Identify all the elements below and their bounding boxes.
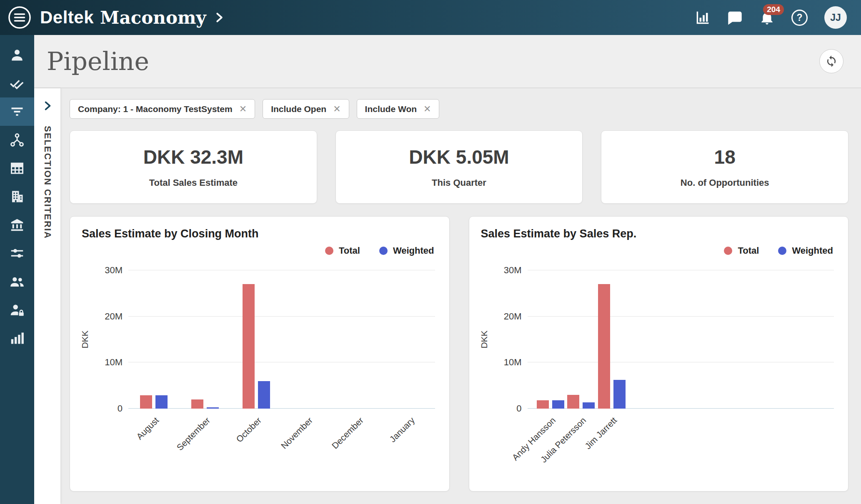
bar-total-jim-jarrett bbox=[598, 284, 610, 409]
hamburger-menu-icon bbox=[8, 5, 32, 30]
bank-icon bbox=[10, 217, 25, 232]
avatar[interactable]: JJ bbox=[824, 6, 847, 29]
brand-product: Maconomy bbox=[100, 7, 206, 28]
sidebar-item-hierarchy[interactable] bbox=[0, 126, 34, 154]
sidebar-item-user-lock[interactable] bbox=[0, 296, 34, 324]
gridline bbox=[128, 408, 435, 409]
kpi-value: 18 bbox=[714, 146, 736, 168]
header-actions: 204 ? JJ bbox=[695, 6, 847, 29]
bar-total-october bbox=[243, 284, 255, 409]
sidebar-item-bar-chart[interactable] bbox=[0, 324, 34, 352]
x-tick-label: Andy Hansson bbox=[500, 415, 557, 472]
x-tick-label: November bbox=[257, 415, 314, 472]
sidebar bbox=[0, 35, 34, 504]
expand-panel-button[interactable] bbox=[39, 97, 56, 114]
chart-plot: DKK 010M20M30MAugustSeptemberOctoberNove… bbox=[128, 270, 435, 409]
bar-weighted-jim-jarrett bbox=[613, 380, 626, 409]
filter-chips: Company: 1 - Maconomy TestSystem✕Include… bbox=[70, 99, 848, 119]
sliders-icon bbox=[10, 246, 25, 261]
kpi-card: 18No. of Opportunities bbox=[601, 130, 848, 204]
filter-chip-label: Include Won bbox=[365, 104, 417, 114]
legend-label: Weighted bbox=[792, 245, 833, 256]
chip-close-icon[interactable]: ✕ bbox=[239, 104, 247, 115]
y-tick-label: 0 bbox=[118, 404, 123, 414]
chart-legend: TotalWeighted bbox=[481, 245, 833, 256]
sidebar-item-people[interactable] bbox=[0, 267, 34, 296]
x-tick-label: December bbox=[308, 415, 365, 472]
chart-legend: TotalWeighted bbox=[82, 245, 434, 256]
bar-weighted-julia-petersson bbox=[583, 402, 595, 409]
sidebar-item-company[interactable] bbox=[0, 182, 34, 211]
y-tick-label: 10M bbox=[504, 357, 522, 367]
app-shell: Pipeline SELECTION CRITERIA Company: 1 -… bbox=[0, 35, 861, 504]
hierarchy-icon bbox=[10, 132, 25, 147]
expand-chevron-icon bbox=[42, 100, 53, 111]
sidebar-item-double-check[interactable] bbox=[0, 69, 34, 97]
bar-total-september bbox=[191, 399, 203, 409]
legend-item-weighted[interactable]: Weighted bbox=[379, 245, 434, 256]
y-tick-label: 0 bbox=[516, 404, 521, 414]
filter-chip[interactable]: Include Open✕ bbox=[263, 99, 349, 119]
hamburger-menu-button[interactable] bbox=[8, 5, 32, 30]
kpi-value: DKK 32.3M bbox=[143, 146, 243, 168]
x-tick-label: Jim Jarrett bbox=[562, 415, 619, 472]
kpi-label: Total Sales Estimate bbox=[149, 177, 238, 188]
x-tick-label: October bbox=[206, 415, 263, 472]
kpi-card: DKK 32.3MTotal Sales Estimate bbox=[70, 130, 317, 204]
legend-dot bbox=[379, 247, 388, 255]
chart-title: Sales Estimate by Closing Month bbox=[82, 227, 438, 240]
selection-criteria-panel: SELECTION CRITERIA bbox=[34, 88, 60, 504]
y-axis-label: DKK bbox=[479, 330, 489, 348]
gridline bbox=[128, 270, 435, 270]
refresh-button[interactable] bbox=[819, 49, 843, 73]
y-tick-label: 30M bbox=[504, 265, 522, 275]
x-tick-label: September bbox=[155, 415, 212, 472]
x-tick-label: Julia Petersson bbox=[531, 415, 588, 472]
analytics-button[interactable] bbox=[695, 10, 711, 25]
legend-label: Weighted bbox=[393, 245, 434, 256]
x-tick-label: January bbox=[360, 415, 417, 472]
gridline bbox=[128, 362, 435, 362]
kpi-card: DKK 5.05MThis Quarter bbox=[335, 130, 583, 204]
page-title: Pipeline bbox=[47, 47, 149, 76]
user-lock-icon bbox=[10, 302, 25, 317]
notifications-button[interactable]: 204 bbox=[759, 10, 775, 25]
y-tick-label: 20M bbox=[105, 312, 123, 322]
y-axis-label: DKK bbox=[80, 330, 90, 348]
legend-item-weighted[interactable]: Weighted bbox=[778, 245, 833, 256]
sidebar-item-table[interactable] bbox=[0, 154, 34, 182]
bar-total-andy-hansson bbox=[537, 400, 549, 409]
kpi-value: DKK 5.05M bbox=[409, 146, 509, 168]
help-button[interactable]: ? bbox=[791, 10, 808, 26]
legend-dot bbox=[325, 247, 333, 255]
sidebar-item-bank[interactable] bbox=[0, 211, 34, 239]
gridline bbox=[528, 316, 834, 317]
chat-button[interactable] bbox=[727, 10, 743, 25]
filter-icon bbox=[10, 104, 25, 119]
filter-chip[interactable]: Company: 1 - Maconomy TestSystem✕ bbox=[70, 99, 255, 119]
app-root: Deltek Maconomy 204 bbox=[0, 0, 861, 504]
chart-card-closing-month: Sales Estimate by Closing Month TotalWei… bbox=[70, 216, 450, 492]
user-icon bbox=[10, 47, 25, 62]
chart-plot: DKK 010M20M30MAndy HanssonJulia Petersso… bbox=[528, 270, 834, 409]
sidebar-item-user[interactable] bbox=[0, 41, 34, 69]
legend-item-total[interactable]: Total bbox=[325, 245, 360, 256]
brand-chevron-icon bbox=[213, 12, 225, 23]
help-icon: ? bbox=[791, 10, 808, 26]
y-tick-label: 30M bbox=[105, 265, 123, 275]
filter-chip[interactable]: Include Won✕ bbox=[357, 99, 440, 119]
notifications-badge: 204 bbox=[763, 4, 784, 15]
sidebar-item-sliders[interactable] bbox=[0, 239, 34, 267]
y-tick-label: 20M bbox=[504, 312, 522, 322]
sidebar-item-filter[interactable] bbox=[0, 97, 34, 126]
bar-weighted-andy-hansson bbox=[552, 400, 564, 409]
chat-icon bbox=[727, 10, 743, 25]
chip-close-icon[interactable]: ✕ bbox=[333, 104, 340, 115]
legend-item-total[interactable]: Total bbox=[724, 245, 759, 256]
y-tick-label: 10M bbox=[105, 357, 123, 367]
filter-chip-label: Include Open bbox=[271, 104, 326, 114]
brand[interactable]: Deltek Maconomy bbox=[40, 7, 225, 28]
content-row: SELECTION CRITERIA Company: 1 - Maconomy… bbox=[34, 88, 861, 504]
chip-close-icon[interactable]: ✕ bbox=[423, 104, 431, 115]
gridline bbox=[128, 316, 435, 317]
